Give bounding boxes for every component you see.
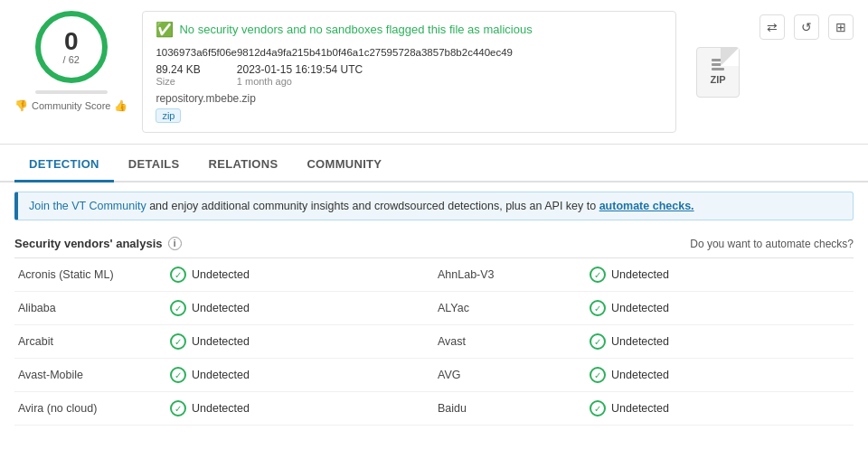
vendor-name-right: ALYac [438,302,582,314]
check-icon: ✓ [590,367,606,383]
check-icon: ✓ [590,300,606,316]
safe-message-text: No security vendors and no sandboxes fla… [179,23,532,36]
check-icon: ✓ [170,400,186,417]
thumbdown-icon: 👎 [14,99,28,112]
vendors-title-text: Security vendors' analysis [14,237,163,250]
vendor-row-right: Baidu ✓ Undetected [434,392,854,426]
vendor-status-text-right: Undetected [611,335,669,348]
file-date-sub: 1 month ago [237,76,363,87]
vendor-name-right: Baidu [438,402,582,415]
community-banner: Join the VT Community and enjoy addition… [14,192,854,220]
vendor-status-text-right: Undetected [611,369,669,381]
file-size: 89.24 KB Size [156,63,200,87]
vendor-status-left: ✓ Undetected [170,333,250,350]
score-panel: 0 / 62 👎 Community Score 👍 [14,11,127,133]
vendors-table: Acronis (Static ML) ✓ Undetected AhnLab-… [14,258,854,426]
vendor-name-left: Alibaba [18,302,163,314]
vendor-status-right: ✓ Undetected [590,300,669,316]
file-name: repository.mbebe.zip [156,92,663,105]
zip-file-icon: ZIP [696,47,740,98]
vendors-section: Security vendors' analysis i Do you want… [0,229,868,426]
vendors-title: Security vendors' analysis i [14,237,182,250]
tab-details[interactable]: DETAILS [114,148,194,183]
file-size-label: Size [156,76,200,87]
safe-check-icon: ✅ [156,21,174,38]
thumbup-icon: 👍 [114,99,127,112]
safe-banner: ✅ No security vendors and no sandboxes f… [156,21,663,38]
vendor-row-left: Acronis (Static ML) ✓ Undetected [14,258,434,292]
vendor-name-left: Avast-Mobile [18,369,163,381]
tabs-bar: DETECTION DETAILS RELATIONS COMMUNITY [0,148,868,183]
vendor-name-left: Arcabit [18,335,163,348]
tab-community[interactable]: COMMUNITY [292,148,396,183]
vendor-name-right: Avast [438,335,582,348]
vendor-status-text-left: Undetected [192,402,250,415]
tab-relations[interactable]: RELATIONS [194,148,293,183]
vendor-status-right: ✓ Undetected [590,367,669,383]
vendor-status-right: ✓ Undetected [590,267,669,283]
vendor-status-text-left: Undetected [192,302,250,314]
automate-link[interactable]: automate checks. [599,200,694,212]
zip-icon-wrap: ZIP [691,11,745,133]
vendor-status-left: ✓ Undetected [170,400,250,417]
file-hash: 1036973a6f5f06e9812d4a9fa215b41b0f46a1c2… [156,47,663,58]
file-date: 2023-01-15 16:19:54 UTC 1 month ago [237,63,363,87]
zip-label: ZIP [710,74,725,85]
vendor-name-right: AVG [438,369,582,381]
file-info-panel: ✅ No security vendors and no sandboxes f… [142,11,676,133]
check-icon: ✓ [590,333,606,350]
vendor-row-left: Avast-Mobile ✓ Undetected [14,359,434,392]
vendor-status-text-left: Undetected [192,369,250,381]
vendor-row-left: Arcabit ✓ Undetected [14,325,434,359]
check-icon: ✓ [170,267,186,283]
join-vt-link[interactable]: Join the VT Community [29,200,146,212]
vendor-status-right: ✓ Undetected [590,400,669,417]
vendor-row-left: Alibaba ✓ Undetected [14,292,434,325]
automate-text: Do you want to automate checks? [690,238,854,250]
vendor-row-left: Avira (no cloud) ✓ Undetected [14,392,434,426]
vendor-status-left: ✓ Undetected [170,300,250,316]
vendor-row-right: ALYac ✓ Undetected [434,292,854,325]
vendor-status-right: ✓ Undetected [590,333,669,350]
vendor-row-right: AVG ✓ Undetected [434,359,854,392]
vendor-name-left: Acronis (Static ML) [18,268,163,281]
community-banner-mid: and enjoy additional community insights … [146,200,599,212]
file-size-value: 89.24 KB [156,63,200,76]
file-tag[interactable]: zip [156,108,181,123]
score-value: 0 [64,29,79,54]
info-icon[interactable]: i [168,237,182,250]
score-denominator: / 62 [63,54,80,65]
vendors-header: Security vendors' analysis i Do you want… [14,229,854,258]
check-icon: ✓ [170,367,186,383]
check-icon: ✓ [590,400,606,417]
vendor-row-right: Avast ✓ Undetected [434,325,854,359]
vendor-status-left: ✓ Undetected [170,267,250,283]
grid-icon[interactable]: ⊞ [828,14,854,40]
vendor-status-text-left: Undetected [192,268,250,281]
file-date-value: 2023-01-15 16:19:54 UTC [237,63,363,76]
refresh-icon[interactable]: ↺ [794,14,819,40]
vendor-name-right: AhnLab-V3 [438,268,582,281]
tab-detection[interactable]: DETECTION [14,148,114,183]
check-icon: ✓ [590,267,606,283]
vendor-status-text-left: Undetected [192,335,250,348]
vendor-status-left: ✓ Undetected [170,367,250,383]
top-section: 0 / 62 👎 Community Score 👍 ✅ No security… [0,0,868,145]
community-score-label: Community Score [32,100,110,111]
vendor-status-text-right: Undetected [611,302,669,314]
compare-icon[interactable]: ⇄ [760,14,785,40]
score-circle: 0 / 62 [35,11,108,83]
check-icon: ✓ [170,300,186,316]
check-icon: ✓ [170,333,186,350]
vendor-row-right: AhnLab-V3 ✓ Undetected [434,258,854,292]
vendor-name-left: Avira (no cloud) [18,402,163,415]
vendor-status-text-right: Undetected [611,268,669,281]
vendor-status-text-right: Undetected [611,402,669,415]
toolbar: ⇄ ↺ ⊞ [760,11,854,133]
